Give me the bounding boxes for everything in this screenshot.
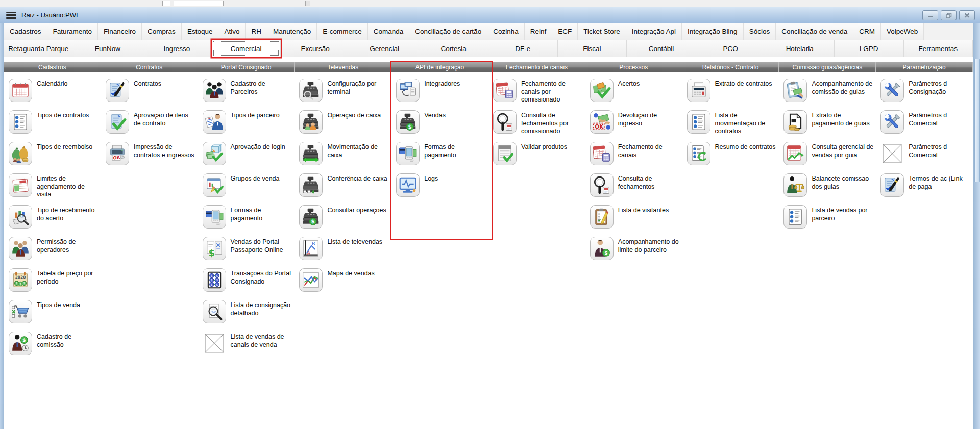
module-tab-fiscal[interactable]: Fiscal <box>558 40 627 57</box>
menu-item-aprovacao-de-login[interactable]: Aprovação de login <box>198 142 295 173</box>
menu-tab-ativo[interactable]: Ativo <box>218 23 246 40</box>
menu-item-cadastro-de-comissao[interactable]: $Cadastro de comissão <box>4 332 101 363</box>
menu-item-balancete-comissao-dos-guias[interactable]: Balancete comissão dos guias <box>779 173 876 205</box>
menu-tab-compras[interactable]: Compras <box>142 23 182 40</box>
menu-item-permissao-de-operadores[interactable]: Permissão de operadores <box>4 237 101 268</box>
module-tab-retaguarda-parque[interactable]: Retaguarda Parque <box>4 40 74 57</box>
menu-item-parametros-d-comercial[interactable]: Parâmetros d Comercial <box>876 110 973 142</box>
menu-tab-conciliacao-de-venda[interactable]: Conciliação de venda <box>776 23 853 40</box>
module-tab-ingresso[interactable]: Ingresso <box>142 40 212 57</box>
menu-item-configuracao-por-terminal[interactable]: Configuração por terminal <box>295 79 391 110</box>
module-tab-excursao[interactable]: Excursão <box>281 40 350 57</box>
menu-tab-integracao-bling[interactable]: Integração Bling <box>682 23 744 40</box>
menu-item-aprovacao-de-itens-de-contrato[interactable]: Aprovação de itens de contrato <box>101 110 198 142</box>
menu-item-integradores[interactable]: Integradores <box>391 79 488 110</box>
menu-item-contratos[interactable]: Contratos <box>101 79 198 110</box>
menu-item-operacao-de-caixa[interactable]: Operação de caixa <box>295 110 391 142</box>
menu-item-parametros-d-consignacao[interactable]: Parâmetros d Consignação <box>876 79 973 110</box>
menu-tab-crm[interactable]: CRM <box>853 23 881 40</box>
menu-item-calendario[interactable]: Calendário <box>4 79 101 110</box>
menu-item-lista-de-vendas-de-canais-de-venda[interactable]: Lista de vendas de canais de venda <box>198 332 295 363</box>
menu-tab-conciliacao-de-cartao[interactable]: Conciliação de cartão <box>409 23 487 40</box>
minimize-button[interactable] <box>922 10 938 20</box>
menu-tab-ticket-store[interactable]: Ticket Store <box>578 23 626 40</box>
menu-item-tipos-de-venda[interactable]: Tipos de venda <box>4 300 101 332</box>
menu-item-limites-de-agendamento-de-visita[interactable]: Limites de agendamento de visita <box>4 173 101 205</box>
menu-item-vendas-do-portal-passaporte-online[interactable]: $Vendas do Portal Passaporte Online <box>198 237 295 268</box>
module-tab-pco[interactable]: PCO <box>696 40 766 57</box>
menu-item-lista-de-consignacao-detalhado[interactable]: Lista de consignação detalhado <box>198 300 295 332</box>
menu-item-label: Acompanhamento de comissão de guias <box>812 79 874 96</box>
menu-item-resumo-de-contratos[interactable]: Resumo de contratos <box>682 142 779 173</box>
menu-item-consulta-de-fechamentos-por-comissionado[interactable]: Consulta de fechamentos por comissionado <box>488 110 585 142</box>
menu-item-consultar-operacoes[interactable]: $Consultar operações <box>295 205 391 237</box>
menu-tab-faturamento[interactable]: Faturamento <box>47 23 99 40</box>
menu-item-tipos-de-contratos[interactable]: Tipos de contratos <box>4 110 101 142</box>
menu-item-vendas[interactable]: $Vendas <box>391 110 488 142</box>
menu-item-tipo-de-recebimento-do-acerto[interactable]: Tipo de recebimento do acerto <box>4 205 101 237</box>
limit-calendar-icon <box>9 173 32 197</box>
menu-tab-manutencao[interactable]: Manutenção <box>267 23 317 40</box>
menu-item-fechamento-de-canais-por-comissionado[interactable]: Fechamento de canais por comissionado <box>488 79 585 110</box>
menu-tab-comanda[interactable]: Comanda <box>368 23 410 40</box>
menu-item-grupos-de-venda[interactable]: Grupos de venda <box>198 173 295 205</box>
menu-item-termos-de-ac-link-de-paga[interactable]: Termos de ac (Link de paga <box>876 173 973 205</box>
menu-tab-cozinha[interactable]: Cozinha <box>487 23 525 40</box>
menu-tab-estoque[interactable]: Estoque <box>182 23 219 40</box>
menu-tab-cadastros[interactable]: Cadastros <box>4 23 47 40</box>
module-tab-gerencial[interactable]: Gerencial <box>350 40 420 57</box>
module-tab-comercial[interactable]: Comercial <box>212 40 281 57</box>
menu-tab-socios[interactable]: Sócios <box>744 23 776 40</box>
menu-item-fechamento-de-canais[interactable]: Fechamento de canais <box>585 142 682 173</box>
menu-item-lista-de-movimentacao-de-contratos[interactable]: Lista de movimentação de contratos <box>682 110 779 142</box>
scrollbar-thumb[interactable] <box>974 59 980 182</box>
menu-item-validar-produtos[interactable]: Validar produtos <box>488 142 585 173</box>
menu-item-devolucao-de-ingresso[interactable]: OKDevolução de ingresso <box>585 110 682 142</box>
menu-item-consulta-gerencial-de-vendas-por-guia[interactable]: Consulta gerencial de vendas por guia <box>779 142 876 173</box>
menu-tab-financeiro[interactable]: Financeiro <box>98 23 142 40</box>
menu-item-tabela-de-preco-por-periodo[interactable]: 2020$$$Tabela de preço por período <box>4 268 101 300</box>
menu-item-movimentacao-de-caixa[interactable]: Movimentação de caixa <box>295 142 391 173</box>
ribbon-panel: CadastrosContratosPortal ConsignadoTelev… <box>4 57 973 429</box>
register-arrow-icon <box>299 142 323 165</box>
menu-item-conferencia-de-caixa[interactable]: Conferência de caixa <box>295 173 391 205</box>
menu-item-extrato-de-pagamento-de-guias[interactable]: Extrato de pagamento de guias <box>779 110 876 142</box>
module-tab-lgpd[interactable]: LGPD <box>835 40 904 57</box>
menu-item-acompanhamento-de-comissao-de-guias[interactable]: Acompanhamento de comissão de guias <box>779 79 876 110</box>
menu-item-acertos[interactable]: Acertos <box>585 79 682 110</box>
menu-tab-volpeweb[interactable]: VolpeWeb <box>881 23 924 40</box>
menu-item-formas-de-pagamento[interactable]: Formas de pagamento <box>198 205 295 237</box>
hamburger-menu-icon[interactable] <box>6 12 16 19</box>
menu-item-tipos-de-reembolso[interactable]: Tipos de reembolso <box>4 142 101 173</box>
restore-button[interactable] <box>941 10 957 20</box>
window-scrollbar[interactable] <box>973 23 980 429</box>
menu-item-logs[interactable]: Logs <box>391 173 488 205</box>
module-tab-hotelaria[interactable]: Hotelaria <box>765 40 835 57</box>
menu-item-tipos-de-parceiro[interactable]: Tipos de parceiro <box>198 110 295 142</box>
menu-item-formas-de-pagamento[interactable]: Formas de pagamento <box>391 142 488 173</box>
menu-item-impressao-de-contratos-e-ingressos[interactable]: OKImpressão de contratos e ingressos <box>101 142 198 173</box>
menu-item-lista-de-vendas-por-parceiro[interactable]: Lista de vendas por parceiro <box>779 205 876 237</box>
group-content: CalendárioTipos de contratosTipos de ree… <box>4 72 973 429</box>
close-button[interactable] <box>959 10 975 20</box>
module-tab-ferramentas[interactable]: Ferramentas <box>904 40 973 57</box>
menu-item-consulta-de-fechamentos[interactable]: Consulta de fechamentos <box>585 173 682 205</box>
module-tab-contabil[interactable]: Contábil <box>627 40 696 57</box>
menu-item-cadastro-de-parceiros[interactable]: Cadastro de Parceiros <box>198 79 295 110</box>
menu-item-lista-de-visitantes[interactable]: Lista de visitantes <box>585 205 682 237</box>
module-tab-funnow[interactable]: FunNow <box>74 40 143 57</box>
menu-item-transacoes-do-portal-consignado[interactable]: $$$$$$Transações do Portal Consignado <box>198 268 295 300</box>
menu-item-acompanhamento-do-limite-do-parceiro[interactable]: $Acompanhamento do limite do parceiro <box>585 237 682 268</box>
module-tab-cortesia[interactable]: Cortesia <box>419 40 488 57</box>
menu-tab-reinf[interactable]: Reinf <box>525 23 553 40</box>
module-tab-df-e[interactable]: DF-e <box>488 40 558 57</box>
menu-item-mapa-de-vendas[interactable]: Mapa de vendas <box>295 268 391 300</box>
menu-tab-ecf[interactable]: ECF <box>552 23 578 40</box>
menu-tab-e-commerce[interactable]: E-commerce <box>317 23 368 40</box>
menu-item-parametros-d-comercial[interactable]: Parâmetros d Comercial <box>876 142 973 173</box>
menu-item-extrato-de-contratos[interactable]: Extrato de contratos <box>682 79 779 110</box>
menu-item-lista-de-televendas[interactable]: BALista de televendas <box>295 237 391 268</box>
menu-item-label: Movimentação de caixa <box>327 142 389 159</box>
menu-tab-integracao-api[interactable]: Integração Api <box>626 23 682 40</box>
menu-tab-rh[interactable]: RH <box>246 23 267 40</box>
